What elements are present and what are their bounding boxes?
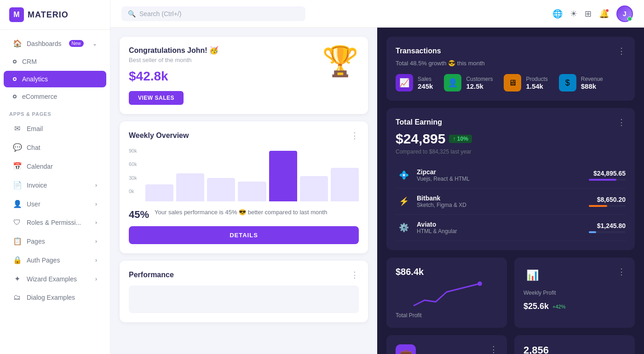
earning-progress-bar — [589, 179, 626, 181]
stat-label: Customers — [466, 76, 493, 82]
avatar[interactable]: J — [616, 6, 633, 22]
earning-item-amount: $24,895.65 — [589, 170, 626, 177]
sidebar-item-chat[interactable]: 💬 Chat — [4, 138, 106, 156]
earning-item-amount: $8,650.20 — [589, 196, 626, 203]
left-panel: Congratulations John! 🥳 Best seller of t… — [110, 28, 377, 354]
calendar-icon: 📅 — [13, 162, 21, 171]
weekly-description: Your sales performance is 45% 😎 better c… — [155, 209, 327, 216]
dot-icon — [13, 77, 17, 81]
project-total-card: 2,856 — [514, 335, 635, 354]
dialog-icon: 🗂 — [13, 293, 21, 302]
topbar: 🔍 Search (Ctrl+/) 🌐 ☀ ⊞ 🔔 J — [110, 0, 644, 28]
earning-item: ⚡ Bitbank Sketch, Figma & XD $8,650.20 — [396, 188, 626, 215]
weekly-title: Weekly Overview — [129, 131, 189, 140]
chevron-icon: › — [95, 276, 97, 282]
sidebar-item-user[interactable]: 👤 User › — [4, 195, 106, 213]
chevron-icon: › — [95, 257, 97, 263]
weekly-profit-menu[interactable]: ⋮ — [617, 267, 626, 277]
online-status-dot — [627, 17, 632, 21]
sidebar-item-analytics[interactable]: Analytics — [4, 71, 106, 87]
sidebar-item-wizard[interactable]: ✦ Wizard Examples › — [4, 270, 106, 288]
transactions-menu-button[interactable]: ⋮ — [617, 46, 626, 56]
transactions-card: Transactions ⋮ Total 48.5% growth 😎 this… — [386, 37, 635, 101]
chart-bar — [145, 184, 173, 201]
sidebar-item-calendar[interactable]: 📅 Calendar — [4, 157, 106, 175]
logo-icon: M — [9, 7, 24, 22]
chart-bar — [300, 176, 328, 201]
transaction-stat: 📈 Sales 245k — [396, 74, 433, 91]
sidebar-item-dialog[interactable]: 🗂 Dialog Examples — [4, 289, 106, 306]
stat-value: $88k — [581, 82, 603, 90]
sidebar-item-roles[interactable]: 🛡 Roles & Permissi... › — [4, 214, 106, 231]
weekly-chart: 90k 60k 30k 0k — [129, 148, 359, 203]
weekly-profit-amount: $25.6k — [523, 302, 549, 311]
weekly-menu-button[interactable]: ⋮ — [351, 131, 359, 141]
notification-dot — [605, 9, 609, 12]
total-profit-label: Total Profit — [396, 312, 498, 319]
chart-bar — [207, 178, 235, 201]
progress-fill — [589, 231, 596, 233]
logo-area: M MATERIO — [0, 0, 110, 30]
sidebar-item-auth[interactable]: 🔒 Auth Pages › — [4, 251, 106, 269]
shield-icon: 🛡 — [13, 218, 21, 227]
logo-text: MATERIO — [28, 10, 69, 20]
chart-bar — [238, 182, 266, 201]
chart-bar — [269, 151, 297, 201]
progress-fill — [589, 205, 607, 207]
sidebar-item-crm[interactable]: CRM — [4, 53, 106, 70]
chevron-icon: ⌄ — [92, 40, 97, 47]
view-sales-button[interactable]: VIEW SALES — [129, 91, 184, 105]
theme-icon[interactable]: ☀ — [570, 9, 577, 19]
dot-icon — [13, 95, 17, 98]
earning-item-sub: Sketch, Figma & XD — [417, 202, 466, 208]
profit-grid: $86.4k Total Profit 📊 ⋮ Weekly Pr — [386, 257, 635, 328]
project-total-value: 2,856 — [523, 344, 626, 354]
bottom-grid: 💼 ⋮ New Project 862 -18% 2,856 — [386, 335, 635, 354]
earning-item-name: Aviato — [417, 221, 457, 228]
progress-fill — [589, 179, 616, 181]
sidebar-item-ecommerce[interactable]: eCommerce — [4, 88, 106, 105]
invoice-icon: 📄 — [13, 181, 21, 189]
stat-label: Products — [526, 76, 547, 82]
transactions-title: Transactions — [396, 47, 441, 55]
notification-icon[interactable]: 🔔 — [599, 9, 609, 19]
stat-icon: 👤 — [444, 74, 461, 91]
search-bar[interactable]: 🔍 Search (Ctrl+/) — [121, 6, 305, 21]
earning-item: ⚙️ Aviato HTML & Angular $1,245.80 — [396, 215, 626, 241]
profit-chart-svg — [396, 281, 498, 308]
stat-value: 1.54k — [526, 82, 547, 90]
stat-icon: $ — [559, 74, 576, 91]
grid-icon[interactable]: ⊞ — [585, 9, 592, 19]
stat-icon: 📈 — [396, 74, 413, 91]
transaction-stat: 🖥 Products 1.54k — [504, 74, 547, 91]
stat-label: Sales — [418, 76, 433, 82]
pages-icon: 📋 — [13, 237, 21, 246]
sidebar-item-invoice[interactable]: 📄 Invoice › — [4, 176, 106, 194]
earning-item-name: Zipcar — [417, 168, 470, 176]
performance-header: Performance ⋮ — [129, 270, 359, 280]
new-project-menu[interactable]: ⋮ — [489, 344, 498, 354]
earning-item: 💠 Zipcar Vuejs, React & HTML $24,895.65 — [396, 162, 626, 188]
earning-item-sub: Vuejs, React & HTML — [417, 176, 470, 182]
earning-menu-button[interactable]: ⋮ — [617, 117, 626, 127]
weekly-overview-card: Weekly Overview ⋮ 90k 60k 30k 0k 45% You… — [120, 121, 368, 253]
sidebar: M MATERIO 🏠 Dashboards New ⌄ CRM Analyti… — [0, 0, 110, 354]
sidebar-item-pages[interactable]: 📋 Pages › — [4, 232, 106, 250]
chart-bars — [129, 148, 359, 201]
performance-menu-button[interactable]: ⋮ — [351, 270, 359, 280]
email-icon: ✉ — [13, 124, 21, 133]
transaction-stat: 👤 Customers 12.5k — [444, 74, 493, 91]
new-project-icon: 💼 — [396, 344, 416, 354]
sidebar-item-email[interactable]: ✉ Email — [4, 120, 106, 137]
home-icon: 🏠 — [13, 39, 21, 48]
chevron-icon: › — [95, 238, 97, 245]
sidebar-item-dashboards[interactable]: 🏠 Dashboards New ⌄ — [4, 34, 106, 52]
chevron-icon: › — [95, 219, 97, 226]
details-button[interactable]: DETAILS — [129, 226, 359, 244]
transactions-subtitle: Total 48.5% growth 😎 this month — [396, 60, 626, 67]
translate-icon[interactable]: 🌐 — [552, 9, 563, 19]
earning-badge: ↑ 10% — [449, 135, 472, 143]
stat-icon: 🖥 — [504, 74, 521, 91]
weekly-header: Weekly Overview ⋮ — [129, 131, 359, 141]
topbar-actions: 🌐 ☀ ⊞ 🔔 J — [552, 6, 633, 22]
